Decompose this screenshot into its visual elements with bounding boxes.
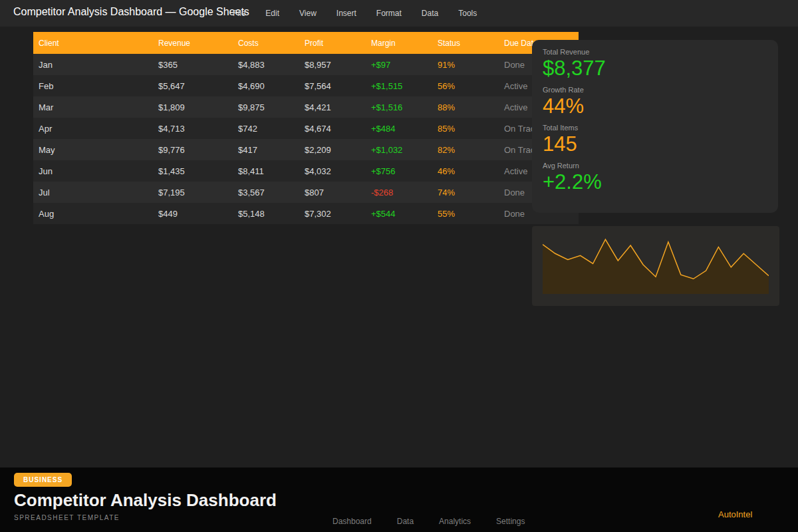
stat-value: 145 (543, 133, 767, 156)
cell-revenue: $1,435 (153, 160, 233, 182)
cell-client: Jan (33, 54, 153, 75)
topbar: Competitor Analysis Dashboard — Google S… (0, 0, 798, 27)
table-body: Jan$365$4,883$8,957+$9791%DoneFeb$5,647$… (33, 54, 579, 224)
cell-costs: $742 (233, 118, 299, 139)
sparkline-chart (532, 226, 779, 306)
menu-edit[interactable]: Edit (265, 9, 279, 18)
menu-format[interactable]: Format (376, 9, 402, 18)
cell-margin: +$1,032 (366, 139, 432, 160)
cell-revenue: $1,809 (153, 96, 233, 118)
menu-bar: FileEditViewInsertFormatDataTools (233, 0, 477, 27)
cell-status: 74% (432, 182, 499, 203)
sparkline-area (543, 239, 769, 294)
stat-growth-rate: Growth Rate44% (543, 86, 767, 118)
column-header-margin: Margin (366, 32, 432, 54)
column-header-client: Client (33, 32, 153, 54)
cell-client: Aug (33, 203, 153, 224)
cell-profit: $4,421 (299, 96, 366, 118)
cell-status: 46% (432, 160, 499, 182)
footer-nav: DashboardDataAnalyticsSettings (332, 517, 525, 526)
cell-revenue: $5,647 (153, 75, 233, 96)
table-row[interactable]: May$9,776$417$2,209+$1,03282%On Track (33, 139, 579, 160)
cell-margin: +$97 (366, 54, 432, 75)
stat-label: Growth Rate (543, 86, 767, 94)
cell-client: May (33, 139, 153, 160)
app-title: Competitor Analysis Dashboard — Google S… (13, 6, 249, 18)
menu-file[interactable]: File (233, 9, 245, 18)
menu-insert[interactable]: Insert (336, 9, 356, 18)
cell-costs: $417 (233, 139, 299, 160)
cell-status: 85% (432, 118, 499, 139)
footer-nav-dashboard[interactable]: Dashboard (332, 517, 372, 526)
column-header-profit: Profit (299, 32, 366, 54)
stat-value: 44% (543, 95, 767, 118)
cell-costs: $9,875 (233, 96, 299, 118)
cell-revenue: $7,195 (153, 182, 233, 203)
cell-revenue: $449 (153, 203, 233, 224)
stats-card: Total Revenue$8,377Growth Rate44%Total I… (532, 40, 778, 213)
cell-client: Apr (33, 118, 153, 139)
cell-profit: $807 (299, 182, 366, 203)
cell-costs: $5,148 (233, 203, 299, 224)
cell-revenue: $365 (153, 54, 233, 75)
stat-label: Avg Return (543, 162, 767, 170)
cell-profit: $7,302 (299, 203, 366, 224)
table-row[interactable]: Jun$1,435$8,411$4,032+$75646%Active (33, 160, 579, 182)
data-table: ClientRevenueCostsProfitMarginStatusDue … (33, 32, 579, 224)
column-header-costs: Costs (233, 32, 299, 54)
menu-data[interactable]: Data (422, 9, 438, 18)
cell-status: 91% (432, 54, 499, 75)
cell-profit: $4,674 (299, 118, 366, 139)
menu-view[interactable]: View (299, 9, 317, 18)
cell-costs: $4,690 (233, 75, 299, 96)
footer-nav-data[interactable]: Data (397, 517, 414, 526)
cell-client: Mar (33, 96, 153, 118)
stat-value: +2.2% (543, 171, 767, 194)
stat-avg-return: Avg Return+2.2% (543, 162, 767, 194)
table-row[interactable]: Aug$449$5,148$7,302+$54455%Done (33, 203, 579, 224)
cell-revenue: $9,776 (153, 139, 233, 160)
cell-status: 88% (432, 96, 499, 118)
cell-profit: $8,957 (299, 54, 366, 75)
cell-margin: +$544 (366, 203, 432, 224)
stat-total-items: Total Items145 (543, 124, 767, 156)
menu-tools[interactable]: Tools (458, 9, 477, 18)
table-row[interactable]: Mar$1,809$9,875$4,421+$1,51688%Active (33, 96, 579, 118)
cell-costs: $3,567 (233, 182, 299, 203)
cell-client: Jun (33, 160, 153, 182)
table-header-row: ClientRevenueCostsProfitMarginStatusDue … (33, 32, 579, 54)
cell-profit: $2,209 (299, 139, 366, 160)
footer-nav-settings[interactable]: Settings (496, 517, 525, 526)
cell-costs: $8,411 (233, 160, 299, 182)
stat-label: Total Items (543, 124, 767, 132)
cell-margin: +$1,515 (366, 75, 432, 96)
sparkline-svg (543, 235, 769, 297)
cell-status: 82% (432, 139, 499, 160)
cell-margin: +$1,516 (366, 96, 432, 118)
table-row[interactable]: Jul$7,195$3,567$807-$26874%Done (33, 182, 579, 203)
cell-profit: $7,564 (299, 75, 366, 96)
column-header-status: Status (432, 32, 499, 54)
footer: BUSINESS Competitor Analysis Dashboard S… (0, 467, 798, 532)
footer-nav-analytics[interactable]: Analytics (439, 517, 471, 526)
cell-status: 55% (432, 203, 499, 224)
column-header-revenue: Revenue (153, 32, 233, 54)
cell-profit: $4,032 (299, 160, 366, 182)
footer-subtitle: SPREADSHEET TEMPLATE (14, 514, 120, 521)
table-row[interactable]: Apr$4,713$742$4,674+$48485%On Track (33, 118, 579, 139)
cell-client: Feb (33, 75, 153, 96)
cell-margin: +$484 (366, 118, 432, 139)
table-row[interactable]: Jan$365$4,883$8,957+$9791%Done (33, 54, 579, 75)
stat-label: Total Revenue (543, 48, 767, 56)
cell-client: Jul (33, 182, 153, 203)
stat-total-revenue: Total Revenue$8,377 (543, 48, 767, 80)
cell-revenue: $4,713 (153, 118, 233, 139)
cell-status: 56% (432, 75, 499, 96)
cell-margin: -$268 (366, 182, 432, 203)
table-row[interactable]: Feb$5,647$4,690$7,564+$1,51556%Active (33, 75, 579, 96)
footer-title: Competitor Analysis Dashboard (14, 490, 277, 511)
brand-link[interactable]: AutoIntel (718, 509, 752, 519)
cell-margin: +$756 (366, 160, 432, 182)
category-badge: BUSINESS (14, 473, 72, 487)
cell-costs: $4,883 (233, 54, 299, 75)
